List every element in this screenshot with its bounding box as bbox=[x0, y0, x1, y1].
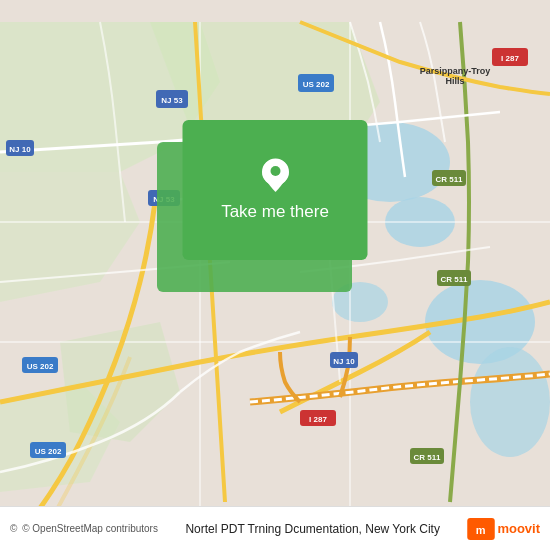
moovit-logo: m moovit bbox=[467, 518, 540, 540]
svg-text:Hills: Hills bbox=[445, 76, 464, 86]
take-me-there-button[interactable]: Take me there bbox=[183, 120, 368, 260]
svg-text:US 202: US 202 bbox=[27, 362, 54, 371]
svg-text:CR 511: CR 511 bbox=[413, 453, 441, 462]
map-container: I 287 US 202 NJ 53 NJ 10 NJ 53 CR 511 CR… bbox=[0, 0, 550, 550]
svg-text:CR 511: CR 511 bbox=[440, 275, 468, 284]
location-pin-icon bbox=[259, 158, 291, 196]
take-me-there-label: Take me there bbox=[221, 202, 329, 222]
location-title: Nortel PDT Trning Dcumentation, New York… bbox=[158, 522, 467, 536]
map-svg: I 287 US 202 NJ 53 NJ 10 NJ 53 CR 511 CR… bbox=[0, 0, 550, 550]
svg-text:US 202: US 202 bbox=[303, 80, 330, 89]
svg-text:NJ 10: NJ 10 bbox=[333, 357, 355, 366]
svg-text:I 287: I 287 bbox=[309, 415, 327, 424]
svg-point-46 bbox=[270, 166, 280, 176]
svg-text:Parsippany-Troy: Parsippany-Troy bbox=[420, 66, 491, 76]
moovit-icon: m bbox=[467, 518, 495, 540]
osm-text: © OpenStreetMap contributors bbox=[22, 523, 158, 534]
svg-text:US 202: US 202 bbox=[35, 447, 62, 456]
svg-text:m: m bbox=[476, 524, 486, 536]
copyright-symbol: © bbox=[10, 523, 17, 534]
svg-text:NJ 53: NJ 53 bbox=[161, 96, 183, 105]
svg-point-10 bbox=[470, 347, 550, 457]
svg-text:CR 511: CR 511 bbox=[435, 175, 463, 184]
bottom-bar: © © OpenStreetMap contributors Nortel PD… bbox=[0, 506, 550, 550]
moovit-text: moovit bbox=[497, 521, 540, 536]
attribution: © © OpenStreetMap contributors bbox=[10, 523, 158, 534]
svg-text:I 287: I 287 bbox=[501, 54, 519, 63]
svg-text:NJ 10: NJ 10 bbox=[9, 145, 31, 154]
